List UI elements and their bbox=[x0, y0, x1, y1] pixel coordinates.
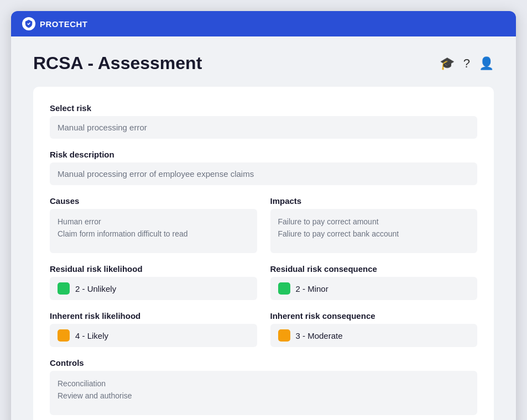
inherent-consequence-value: 3 - Moderate bbox=[296, 331, 343, 340]
form-card: Select risk Manual processing error Risk… bbox=[33, 87, 494, 420]
risk-description-label: Risk description bbox=[50, 150, 477, 159]
inherent-consequence-dot bbox=[278, 329, 290, 342]
inherent-likelihood-label: Inherent risk likelihood bbox=[50, 311, 257, 321]
select-risk-input[interactable]: Manual processing error bbox=[50, 116, 477, 139]
residual-consequence-value: 2 - Minor bbox=[296, 284, 328, 293]
impacts-input[interactable]: Failure to pay correct amount Faliure to… bbox=[270, 209, 478, 253]
page-content: RCSA - Assessment 🎓 ? 👤 Select risk Manu… bbox=[11, 36, 516, 420]
causes-label: Causes bbox=[50, 196, 257, 206]
residual-likelihood-value: 2 - Unlikely bbox=[75, 284, 116, 293]
topbar: PROTECHT bbox=[11, 11, 516, 36]
residual-consequence-group: Residual risk consequence 2 - Minor bbox=[270, 264, 478, 300]
logo: PROTECHT bbox=[22, 17, 88, 30]
residual-likelihood-group: Residual risk likelihood 2 - Unlikely bbox=[50, 264, 257, 300]
graduation-icon[interactable]: 🎓 bbox=[440, 56, 455, 71]
residual-likelihood-field[interactable]: 2 - Unlikely bbox=[50, 277, 257, 300]
select-risk-group: Select risk Manual processing error bbox=[50, 103, 477, 139]
header-icons: 🎓 ? 👤 bbox=[440, 56, 494, 71]
risk-description-input[interactable]: Manual processing error of employee expe… bbox=[50, 162, 477, 185]
inherent-likelihood-dot bbox=[58, 329, 70, 342]
inherent-risk-row: Inherent risk likelihood 4 - Likely Inhe… bbox=[50, 311, 477, 347]
user-icon[interactable]: 👤 bbox=[479, 56, 494, 71]
inherent-likelihood-value: 4 - Likely bbox=[75, 331, 108, 340]
controls-group: Controls Reconciliation Review and autho… bbox=[50, 358, 477, 415]
residual-likelihood-dot bbox=[58, 282, 70, 295]
page-title: RCSA - Assessment bbox=[33, 53, 202, 74]
page-header: RCSA - Assessment 🎓 ? 👤 bbox=[33, 53, 494, 74]
logo-icon bbox=[22, 17, 35, 30]
inherent-consequence-group: Inherent risk consequence 3 - Moderate bbox=[270, 311, 478, 347]
help-icon[interactable]: ? bbox=[463, 56, 470, 71]
inherent-likelihood-group: Inherent risk likelihood 4 - Likely bbox=[50, 311, 257, 347]
risk-description-group: Risk description Manual processing error… bbox=[50, 150, 477, 185]
residual-consequence-field[interactable]: 2 - Minor bbox=[270, 277, 478, 300]
impacts-group: Impacts Failure to pay correct amount Fa… bbox=[270, 196, 478, 253]
causes-impacts-row: Causes Human error Claim form informatio… bbox=[50, 196, 477, 253]
inherent-consequence-field[interactable]: 3 - Moderate bbox=[270, 324, 478, 347]
impacts-label: Impacts bbox=[270, 196, 478, 206]
inherent-consequence-label: Inherent risk consequence bbox=[270, 311, 478, 321]
logo-text: PROTECHT bbox=[40, 19, 88, 29]
causes-group: Causes Human error Claim form informatio… bbox=[50, 196, 257, 253]
residual-likelihood-label: Residual risk likelihood bbox=[50, 264, 257, 274]
residual-consequence-dot bbox=[278, 282, 290, 295]
inherent-likelihood-field[interactable]: 4 - Likely bbox=[50, 324, 257, 347]
select-risk-label: Select risk bbox=[50, 103, 477, 113]
controls-input[interactable]: Reconciliation Review and authorise bbox=[50, 371, 477, 415]
residual-risk-row: Residual risk likelihood 2 - Unlikely Re… bbox=[50, 264, 477, 300]
causes-input[interactable]: Human error Claim form information diffi… bbox=[50, 209, 257, 253]
app-window: PROTECHT RCSA - Assessment 🎓 ? 👤 Select … bbox=[11, 11, 516, 420]
residual-consequence-label: Residual risk consequence bbox=[270, 264, 478, 274]
controls-label: Controls bbox=[50, 358, 477, 368]
